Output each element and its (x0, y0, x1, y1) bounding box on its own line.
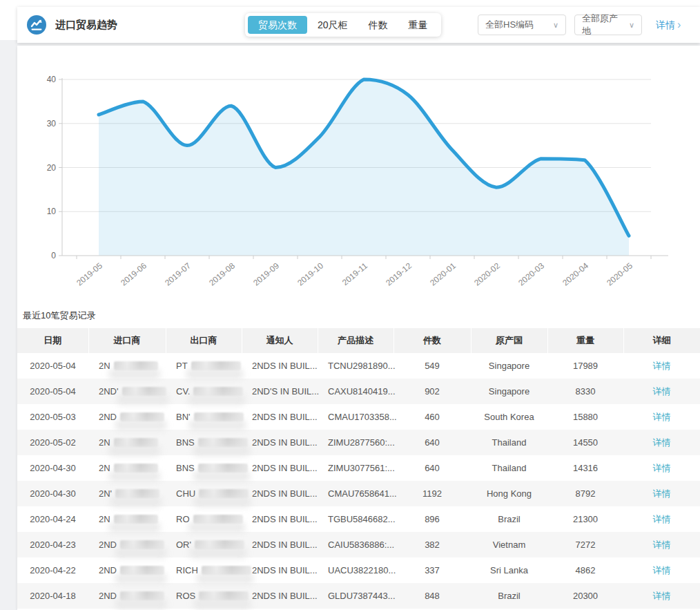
row-detail-link[interactable]: 详情 (653, 361, 671, 371)
row-detail-link[interactable]: 详情 (653, 437, 671, 448)
cell-importer: 2ND (88, 583, 166, 609)
cell-importer: 2ND (88, 404, 166, 430)
cell-notify-party: 2NDS IN BUIL... (242, 481, 318, 506)
redacted-importer-name (120, 540, 164, 549)
redacted-importer-name (114, 464, 158, 473)
cell-notify-party: 2NDS IN BUIL... (242, 404, 318, 430)
column-header: 通知人 (242, 328, 318, 353)
svg-text:10: 10 (47, 207, 57, 216)
cell-date: 2020-04-18 (17, 583, 88, 609)
cell-notify-party: 2ND'S IN BUIL... (242, 379, 318, 404)
cell-product-description: GLDU7387443... (318, 583, 393, 609)
x-axis-label: 2019-09 (251, 260, 281, 287)
row-detail-link[interactable]: 详情 (653, 540, 671, 550)
cell-importer: 2N (88, 430, 166, 455)
metric-tabs: 贸易次数20尺柜件数重量 (245, 13, 441, 37)
cell-notify-party: 2NDS IN BUIL... (242, 583, 318, 609)
cell-notify-party: 2NDS IN BUIL... (242, 455, 318, 481)
cell-origin-country: Brazil (471, 506, 547, 532)
cell-origin-country: Hong Kong (471, 481, 547, 506)
redacted-importer-name (122, 387, 166, 396)
importer-prefix: 2N (99, 361, 110, 371)
tab-0[interactable]: 贸易次数 (248, 16, 307, 34)
row-detail-link[interactable]: 详情 (653, 488, 671, 499)
redacted-importer-name (120, 412, 164, 421)
row-detail-link[interactable]: 详情 (653, 386, 671, 397)
x-axis-label: 2020-05 (605, 260, 634, 287)
row-detail-link[interactable]: 详情 (653, 591, 671, 601)
table-row: 2020-05-04 2ND' CV. 2ND'S IN BUIL... CAX… (17, 379, 700, 404)
cell-origin-country: Sri Lanka (471, 557, 547, 583)
row-detail-link[interactable]: 详情 (653, 412, 671, 422)
hs-code-dropdown[interactable]: 全部HS编码 ∨ (478, 15, 566, 35)
page-title: 进口贸易趋势 (55, 7, 117, 43)
cell-product-description: CAXU8140419... (318, 379, 393, 404)
redacted-exporter-name (195, 540, 244, 549)
table-row: 2020-04-23 2ND OR' 2NDS IN BUIL... CAIU5… (17, 532, 700, 557)
cell-origin-country: Singapore (471, 353, 547, 379)
cell-weight: 14550 (547, 430, 623, 455)
trade-records-table: 日期进口商出口商通知人产品描述件数原产国重量详细 2020-05-04 2N P… (17, 328, 700, 609)
importer-prefix: 2ND (99, 591, 117, 601)
x-axis-label: 2020-01 (428, 260, 458, 287)
exporter-prefix: BNS (176, 437, 195, 448)
cell-product-description: ZIMU2877560:... (318, 430, 393, 455)
importer-prefix: 2N (99, 463, 110, 473)
column-header: 出口商 (166, 328, 242, 353)
cell-product-description: CMAU7658641... (318, 481, 393, 506)
hs-code-dropdown-value: 全部HS编码 (485, 19, 534, 31)
cell-exporter: RO (166, 506, 242, 532)
cell-importer: 2N (88, 455, 166, 481)
cell-product-description: ZIMU3077561:... (318, 455, 393, 481)
row-detail-link[interactable]: 详情 (653, 565, 671, 575)
table-row: 2020-04-18 2ND ROS 2NDS IN BUIL... GLDU7… (17, 583, 700, 609)
exporter-prefix: CV. (176, 386, 190, 397)
column-header: 重量 (547, 328, 623, 353)
importer-prefix: 2ND (99, 412, 117, 422)
x-axis-label: 2019-06 (119, 260, 148, 287)
chevron-down-icon: ∨ (553, 21, 558, 30)
redacted-importer-name (114, 361, 158, 370)
trend-chart-icon (27, 15, 46, 35)
tab-2[interactable]: 件数 (358, 16, 398, 34)
details-link[interactable]: 详情› (656, 7, 681, 43)
tab-1[interactable]: 20尺柜 (307, 16, 358, 34)
content-card: 0102030402019-052019-062019-072019-08201… (17, 46, 700, 610)
table-row: 2020-05-04 2N PT 2NDS IN BUIL... TCNU298… (17, 353, 700, 379)
cell-exporter: OR' (166, 532, 242, 557)
cell-date: 2020-05-02 (17, 430, 88, 455)
x-axis-label: 2019-12 (384, 260, 414, 287)
redacted-exporter-name (198, 464, 248, 473)
exporter-prefix: OR' (176, 540, 191, 550)
row-detail-link[interactable]: 详情 (653, 514, 671, 524)
cell-importer: 2ND' (88, 379, 166, 404)
cell-notify-party: 2NDS IN BUIL... (242, 506, 318, 532)
column-header: 详细 (623, 328, 700, 353)
importer-prefix: 2N (99, 437, 110, 448)
cell-exporter: BN' (166, 404, 242, 430)
column-header: 进口商 (88, 328, 166, 353)
table-row: 2020-04-24 2N RO 2NDS IN BUIL... TGBU584… (17, 506, 700, 532)
x-axis-label: 2019-05 (75, 260, 104, 287)
redacted-exporter-name (191, 361, 241, 370)
cell-date: 2020-05-04 (17, 353, 88, 379)
cell-weight: 17989 (547, 353, 623, 379)
redacted-exporter-name (194, 412, 244, 421)
tab-3[interactable]: 重量 (398, 16, 438, 34)
x-axis-label: 2020-02 (472, 260, 502, 287)
cell-date: 2020-04-22 (17, 557, 88, 583)
exporter-prefix: BN' (176, 412, 191, 422)
cell-notify-party: 2NDS IN BUIL... (242, 430, 318, 455)
redacted-importer-name (120, 566, 164, 575)
cell-weight: 7272 (547, 532, 623, 557)
cell-date: 2020-05-04 (17, 379, 88, 404)
cell-quantity: 460 (393, 404, 471, 430)
origin-dropdown[interactable]: 全部原产地 ∨ (574, 15, 642, 35)
row-detail-link[interactable]: 详情 (653, 463, 671, 473)
importer-prefix: 2N' (99, 488, 112, 499)
redacted-exporter-name (199, 489, 249, 498)
cell-product-description: TCNU2981890... (318, 353, 393, 379)
cell-origin-country: Brazil (471, 583, 547, 609)
table-row: 2020-04-22 2ND RICH 2NDS IN BUIL... UACU… (17, 557, 700, 583)
table-row: 2020-05-03 2ND BN' 2NDS IN BUIL... CMAU1… (17, 404, 700, 430)
